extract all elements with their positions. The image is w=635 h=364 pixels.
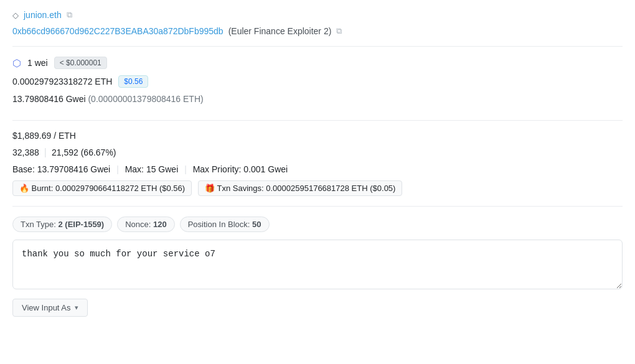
eth-usd-badge: $0.56 (118, 75, 148, 88)
burnt-value: 0.00029790664118272 ETH ($0.56) (55, 184, 185, 193)
txn-type-label: Txn Type: (21, 220, 56, 229)
nonce-label: Nonce: (125, 220, 151, 229)
txn-type-value: 2 (EIP-1559) (58, 220, 104, 229)
stat-divider: | (44, 147, 47, 158)
eth-icon: ⬡ (12, 57, 21, 69)
address-label: (Euler Finance Exploiter 2) (228, 26, 332, 36)
wei-usd-badge: < $0.000001 (54, 57, 107, 69)
position-badge: Position In Block: 50 (180, 217, 270, 232)
savings-badge: 🎁 Txn Savings: 0.00002595176681728 ETH (… (198, 180, 402, 196)
wei-value: 1 wei (27, 58, 48, 68)
gwei-amount: 13.79808416 Gwei (12, 94, 86, 104)
chevron-down-icon: ▾ (75, 304, 78, 312)
gas-limit: 21,592 (66.67%) (52, 147, 116, 157)
burnt-label: 🔥 Burnt: (19, 184, 53, 193)
nonce-badge: Nonce: 120 (117, 217, 175, 232)
input-data-textarea[interactable] (12, 240, 623, 289)
savings-value: 0.00002595176681728 ETH ($0.05) (266, 184, 395, 193)
gas-used: 32,388 (12, 147, 39, 157)
eth-price: $1,889.69 / ETH (12, 131, 76, 141)
view-input-button[interactable]: View Input As ▾ (12, 299, 88, 317)
burnt-badge: 🔥 Burnt: 0.00029790664118272 ETH ($0.56) (12, 180, 192, 196)
nonce-value: 120 (153, 220, 167, 229)
gas-divider-2: | (184, 164, 187, 174)
gas-divider-1: | (116, 164, 119, 174)
view-input-label: View Input As (22, 303, 71, 312)
txn-type-badge: Txn Type: 2 (EIP-1559) (12, 217, 112, 232)
gwei-eth: (0.00000001379808416 ETH) (88, 94, 203, 104)
eth-amount: 0.000297923318272 ETH (12, 77, 112, 86)
max-priority: Max Priority: 0.001 Gwei (193, 164, 288, 174)
max-fee: Max: 15 Gwei (125, 164, 179, 174)
contract-name-link[interactable]: junion.eth (24, 10, 62, 20)
copy-contract-icon[interactable]: ⧉ (67, 10, 72, 20)
copy-address-icon[interactable]: ⧉ (336, 26, 342, 36)
position-label: Position In Block: (188, 220, 250, 229)
savings-label: 🎁 Txn Savings: (205, 184, 264, 193)
address-link[interactable]: 0xb66cd966670d962C227B3EABA30a872DbFb995… (12, 26, 223, 36)
base-fee: Base: 13.79708416 Gwei (12, 164, 110, 174)
contract-icon: ◇ (12, 11, 19, 20)
position-value: 50 (252, 220, 261, 229)
